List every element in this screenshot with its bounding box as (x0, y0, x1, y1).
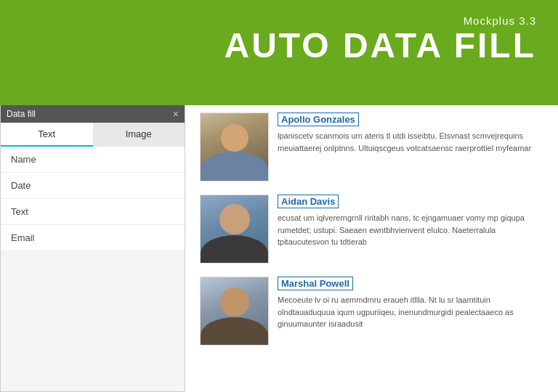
dialog-title: Data fill (7, 109, 36, 119)
profile-photo-2 (200, 195, 269, 264)
profile-card-1: Apollo Gonzales lpaniscetv scanmois um a… (200, 113, 547, 181)
app-version: Mockplus 3.3 (225, 15, 537, 27)
list-item-name[interactable]: Name (1, 147, 185, 173)
profile-photo-1 (200, 113, 269, 181)
main-title: AUTO DATA FILL (225, 27, 537, 65)
profile-card-2: Aidan Davis ecusat um iqlvererngrnll rir… (200, 195, 547, 264)
profile-name-3: Marshal Powell (278, 277, 353, 290)
profile-text-2: ecusat um iqlvererngrnll riritabh nans, … (278, 212, 547, 248)
content-panel: Data fill × Text Image Name Date Text Em… (0, 105, 558, 392)
profile-card-3: Marshal Powell Mecoeute lv oi ru aemmdmr… (200, 277, 547, 346)
profile-info-2: Aidan Davis ecusat um iqlvererngrnll rir… (278, 195, 547, 248)
profile-info-3: Marshal Powell Mecoeute lv oi ru aemmdmr… (278, 277, 547, 330)
close-button[interactable]: × (173, 108, 179, 120)
list-item-email[interactable]: Email (1, 225, 185, 251)
tab-text[interactable]: Text (1, 123, 93, 145)
profile-name-2: Aidan Davis (278, 195, 339, 208)
profile-photo-3 (200, 277, 269, 346)
profile-text-1: lpaniscetv scanmois um ateris tl utdi is… (278, 130, 547, 154)
dialog-titlebar: Data fill × (1, 105, 185, 123)
data-type-list: Name Date Text Email (1, 147, 185, 251)
list-item-date[interactable]: Date (1, 173, 185, 199)
profile-name-1: Apollo Gonzales (278, 113, 359, 126)
profiles-area: Apollo Gonzales lpaniscetv scanmois um a… (189, 105, 558, 392)
dialog-tabs: Text Image (1, 123, 185, 147)
profile-info-1: Apollo Gonzales lpaniscetv scanmois um a… (278, 113, 547, 154)
list-item-text[interactable]: Text (1, 199, 185, 225)
tab-image[interactable]: Image (93, 123, 185, 145)
data-fill-dialog: Data fill × Text Image Name Date Text Em… (0, 105, 185, 392)
profile-text-3: Mecoeute lv oi ru aemmdmru eraueh itllla… (278, 294, 547, 330)
title-area: Mockplus 3.3 AUTO DATA FILL (225, 15, 537, 65)
